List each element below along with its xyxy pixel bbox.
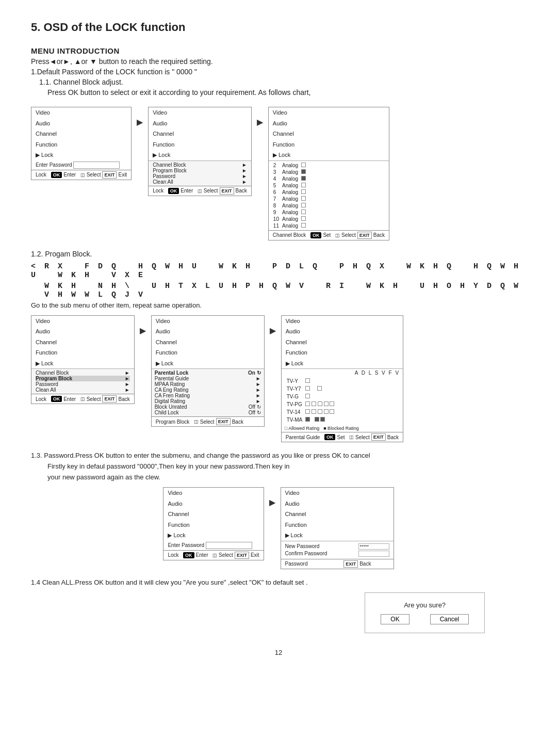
ch3-checkbox[interactable] — [301, 169, 306, 174]
tvy7-box2[interactable] — [317, 386, 322, 391]
rating-menu: Video Audio Channel Function ▶ Lock A D … — [281, 315, 403, 443]
tv14-b2[interactable] — [312, 409, 316, 414]
tvpg-b4[interactable] — [324, 401, 329, 406]
rating-header: A D L S V F V — [285, 370, 400, 376]
channel-block-menu2: Video Audio Channel Function ▶ Lock Chan… — [148, 107, 252, 196]
pw2-footer: Password EXIT Back — [281, 559, 394, 569]
exit-btn-pw1[interactable]: EXIT — [235, 552, 249, 559]
tv14-label: TV-14 — [286, 409, 304, 415]
ch8-checkbox[interactable] — [301, 203, 306, 207]
rating-menu-footer: Parental Guide OK Set ◫ Select EXIT Back — [282, 432, 403, 442]
ok-btn2[interactable]: OK — [168, 188, 179, 194]
pw1-video: Video — [163, 488, 263, 498]
menu-item-lock: ▶ Lock — [31, 150, 131, 160]
menu-intro-title: MENU INTRODUCTION — [31, 46, 526, 55]
tvma-b1[interactable] — [305, 417, 310, 422]
intro-line2: 1.Default Password of the LOCK function … — [31, 68, 526, 76]
ch-menu-footer: Channel Block OK Set ◫ Select EXIT Back — [269, 230, 389, 240]
prog1-video: Video — [31, 316, 134, 327]
parental-guide-item: Parental Guide► — [155, 376, 261, 381]
nav-select: ◫ — [80, 172, 85, 178]
exit-btn-p1[interactable]: EXIT — [102, 395, 117, 403]
tvy7-box1[interactable] — [305, 386, 310, 391]
confirm-pw-label: Confirm Password — [285, 551, 327, 556]
ch-menu-video: Video — [269, 107, 389, 118]
password-input-field[interactable] — [73, 162, 120, 169]
ca-fren-rating-item: CA Fren Rating► — [155, 393, 261, 398]
ch6-checkbox[interactable] — [301, 189, 306, 194]
intro-line1: Press◄or►, ▲or ▼ button to reach the req… — [31, 57, 526, 66]
rat-video: Video — [282, 316, 403, 327]
exit-btn3[interactable]: EXIT — [357, 232, 372, 239]
prog1-lock: ▶ Lock — [31, 358, 134, 369]
confirm-pw-field[interactable] — [358, 551, 389, 557]
tvpg-b3[interactable] — [318, 401, 322, 406]
ok-btn-p1[interactable]: OK — [51, 396, 62, 402]
ch10-checkbox[interactable] — [301, 216, 306, 221]
confirm-pw-row: Confirm Password — [285, 551, 389, 557]
tvy-label: TV-Y — [286, 378, 304, 384]
prog-menu1-footer: Lock OK Enter ◫ Select EXIT Back — [31, 394, 134, 404]
clean-all-title: 1.4 Clean ALL.Press OK button and it wil… — [31, 578, 526, 586]
clean-all-section: 1.4 Clean ALL.Press OK button and it wil… — [31, 578, 526, 586]
exit-btn-p2[interactable]: EXIT — [216, 418, 231, 425]
submenu-password: Password► — [153, 173, 247, 179]
prog1-function: Function — [31, 347, 134, 358]
ch4-checkbox[interactable] — [301, 176, 306, 181]
ch5-checkbox[interactable] — [301, 183, 306, 187]
tvma-label: TV-MA — [286, 416, 304, 423]
password-diagrams: Video Audio Channel Function ▶ Lock Ente… — [31, 487, 526, 569]
ch7-checkbox[interactable] — [301, 196, 306, 201]
prog1-channel: Channel — [31, 337, 134, 348]
menu-item-function: Function — [31, 139, 131, 150]
ok-btn-rat[interactable]: OK — [324, 434, 336, 440]
nav-sel-pw1: ◫ — [212, 553, 217, 558]
exit-btn[interactable]: EXIT — [102, 171, 117, 179]
prog2-channel: Channel — [152, 337, 264, 348]
menu2-footer: Lock OK Enter ◫ Select EXIT Back — [149, 186, 251, 196]
tvg-box1[interactable] — [305, 394, 310, 398]
ch-menu-channel: Channel — [269, 128, 389, 139]
tvpg-b5[interactable] — [330, 401, 334, 406]
menu2-channel: Channel — [149, 128, 251, 139]
exit-btn-rat[interactable]: EXIT — [371, 433, 386, 441]
menu-intro-section: MENU INTRODUCTION Press◄or►, ▲or ▼ butto… — [31, 46, 526, 96]
confirm-text: Are you sure? — [381, 601, 469, 609]
tvma-b3[interactable] — [320, 417, 325, 422]
confirm-ok-button[interactable]: OK — [381, 614, 409, 624]
rat-audio: Audio — [282, 326, 403, 337]
channel-block-menu1: Video Audio Channel Function ▶ Lock Ente… — [31, 107, 132, 180]
ch9-checkbox[interactable] — [301, 210, 306, 214]
pw1-footer: Lock OK Enter ◫ Select EXIT Exit — [163, 550, 263, 560]
password-section: 1.3. Password.Press OK button to enter t… — [31, 452, 526, 481]
menu2-video: Video — [149, 107, 251, 118]
ok-btn3[interactable]: OK — [310, 232, 322, 238]
confirm-cancel-button[interactable]: Cancel — [430, 614, 469, 624]
exit-btn-pw2[interactable]: EXIT — [343, 560, 358, 568]
prog-menu2-footer: Program Block ◫ Select EXIT Back — [152, 416, 264, 426]
tvy-box1[interactable] — [305, 378, 310, 383]
ok-btn-pw1[interactable]: OK — [183, 552, 194, 558]
exit-btn2[interactable]: EXIT — [220, 187, 234, 195]
pw1-input-field[interactable] — [206, 542, 252, 549]
pw2-function: Function — [281, 520, 394, 530]
tvma-b2[interactable] — [315, 417, 319, 422]
tvpg-b1[interactable] — [305, 401, 310, 406]
submenu-clean-all: Clean All► — [153, 179, 247, 185]
tvpg-b2[interactable] — [312, 401, 316, 406]
tv14-b4[interactable] — [324, 409, 329, 414]
tv14-b5[interactable] — [330, 409, 334, 414]
prog1-audio: Audio — [31, 326, 134, 337]
ok-btn[interactable]: OK — [51, 172, 62, 178]
page-title: 5. OSD of the LOCK function — [31, 21, 526, 34]
ch2-checkbox[interactable] — [301, 163, 306, 167]
tv14-b3[interactable] — [318, 409, 322, 414]
tv14-b1[interactable] — [305, 409, 310, 414]
pw2-channel: Channel — [281, 509, 394, 520]
nav-sel-p1: ◫ — [80, 396, 85, 401]
rating-legend: □ Allowed Rating ■ Blocked Rating — [285, 426, 400, 431]
ch11-checkbox[interactable] — [301, 223, 306, 228]
prog2-lock: ▶ Lock — [152, 358, 264, 369]
ch-menu-audio: Audio — [269, 118, 389, 129]
program-block-line1: < R X F D Q H Q W H U W K H P D L Q P H … — [31, 262, 526, 280]
